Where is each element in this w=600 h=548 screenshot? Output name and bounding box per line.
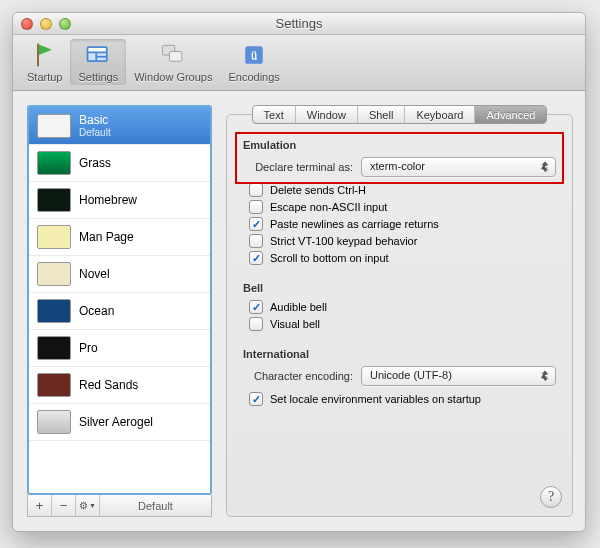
help-button[interactable]: ? <box>540 486 562 508</box>
international-heading: International <box>243 348 556 360</box>
declare-terminal-value: xterm-color <box>370 160 425 172</box>
checkbox-icon[interactable] <box>249 392 263 406</box>
tab-shell[interactable]: Shell <box>358 106 405 123</box>
toolbar-window-groups[interactable]: Window Groups <box>126 39 220 85</box>
profile-thumb-icon <box>37 151 71 175</box>
svg-rect-0 <box>37 44 39 67</box>
checkbox-label: Paste newlines as carriage returns <box>270 218 439 230</box>
checkbox-icon[interactable] <box>249 300 263 314</box>
chevron-down-icon: ▼ <box>89 502 96 509</box>
toolbar-label: Window Groups <box>134 71 212 83</box>
remove-button[interactable]: − <box>52 495 76 516</box>
declare-terminal-select[interactable]: xterm-color ▲▼ <box>361 157 556 177</box>
window-groups-icon <box>158 41 188 69</box>
tab-text[interactable]: Text <box>253 106 296 123</box>
toolbar-label: Settings <box>78 71 118 83</box>
svg-rect-7 <box>170 52 182 62</box>
titlebar: Settings <box>13 13 585 35</box>
profile-ocean[interactable]: Ocean <box>29 293 210 330</box>
flag-icon <box>30 41 60 69</box>
profile-thumb-icon <box>37 188 71 212</box>
toolbar-encodings[interactable]: ü Encodings <box>220 39 287 85</box>
emulation-heading: Emulation <box>243 139 556 151</box>
settings-icon <box>83 41 113 69</box>
gear-icon: ⚙ <box>79 500 88 511</box>
checkbox-icon[interactable] <box>249 234 263 248</box>
add-button[interactable]: + <box>28 495 52 516</box>
encoding-label: Character encoding: <box>243 370 361 382</box>
profile-subtitle: Default <box>79 127 111 138</box>
settings-panel: Text Window Shell Keyboard Advanced Emul… <box>226 105 573 517</box>
profiles-toolbar: + − ⚙▼ Default <box>27 495 212 517</box>
toolbar-label: Encodings <box>228 71 279 83</box>
svg-rect-3 <box>89 53 96 60</box>
tab-window[interactable]: Window <box>296 106 358 123</box>
paste-newlines-row[interactable]: Paste newlines as carriage returns <box>243 217 556 231</box>
delete-ctrl-h-row[interactable]: Delete sends Ctrl-H <box>243 183 556 197</box>
toolbar: Startup Settings Window Groups ü Encodin… <box>13 35 585 91</box>
panel-tabs: Text Window Shell Keyboard Advanced <box>252 105 548 124</box>
encoding-value: Unicode (UTF-8) <box>370 369 452 381</box>
tab-keyboard[interactable]: Keyboard <box>405 106 475 123</box>
toolbar-label: Startup <box>27 71 62 83</box>
profile-name: Red Sands <box>79 378 138 392</box>
profile-grass[interactable]: Grass <box>29 145 210 182</box>
advanced-pane: Emulation Declare terminal as: xterm-col… <box>226 114 573 517</box>
checkbox-label: Strict VT-100 keypad behavior <box>270 235 417 247</box>
checkbox-icon[interactable] <box>249 217 263 231</box>
profile-thumb-icon <box>37 114 71 138</box>
profile-name: Ocean <box>79 304 114 318</box>
tab-advanced[interactable]: Advanced <box>475 106 546 123</box>
profiles-list[interactable]: Basic Default Grass Homebrew Man Page <box>27 105 212 495</box>
profiles-sidebar: Basic Default Grass Homebrew Man Page <box>27 105 212 517</box>
checkbox-label: Visual bell <box>270 318 320 330</box>
toolbar-settings[interactable]: Settings <box>70 39 126 85</box>
checkbox-icon[interactable] <box>249 183 263 197</box>
profile-name: Grass <box>79 156 111 170</box>
profile-red-sands[interactable]: Red Sands <box>29 367 210 404</box>
checkbox-icon[interactable] <box>249 317 263 331</box>
profile-homebrew[interactable]: Homebrew <box>29 182 210 219</box>
profile-thumb-icon <box>37 410 71 434</box>
escape-nonascii-row[interactable]: Escape non-ASCII input <box>243 200 556 214</box>
updown-icon: ▲▼ <box>541 161 549 173</box>
profile-thumb-icon <box>37 262 71 286</box>
settings-window: Settings Startup Settings Window Groups … <box>12 12 586 532</box>
profile-novel[interactable]: Novel <box>29 256 210 293</box>
profile-basic[interactable]: Basic Default <box>29 107 210 145</box>
updown-icon: ▲▼ <box>541 370 549 382</box>
profile-name: Homebrew <box>79 193 137 207</box>
set-locale-row[interactable]: Set locale environment variables on star… <box>243 392 556 406</box>
action-button[interactable]: ⚙▼ <box>76 495 100 516</box>
svg-rect-5 <box>97 58 106 61</box>
strict-vt100-row[interactable]: Strict VT-100 keypad behavior <box>243 234 556 248</box>
toolbar-startup[interactable]: Startup <box>19 39 70 85</box>
encoding-select[interactable]: Unicode (UTF-8) ▲▼ <box>361 366 556 386</box>
checkbox-icon[interactable] <box>249 251 263 265</box>
svg-rect-2 <box>89 48 107 52</box>
checkbox-icon[interactable] <box>249 200 263 214</box>
declare-terminal-label: Declare terminal as: <box>243 161 361 173</box>
profile-silver-aerogel[interactable]: Silver Aerogel <box>29 404 210 441</box>
default-button[interactable]: Default <box>100 500 211 512</box>
checkbox-label: Audible bell <box>270 301 327 313</box>
svg-rect-4 <box>97 53 106 56</box>
profile-thumb-icon <box>37 225 71 249</box>
profile-thumb-icon <box>37 336 71 360</box>
checkbox-label: Scroll to bottom on input <box>270 252 389 264</box>
scroll-bottom-row[interactable]: Scroll to bottom on input <box>243 251 556 265</box>
checkbox-label: Delete sends Ctrl-H <box>270 184 366 196</box>
profile-pro[interactable]: Pro <box>29 330 210 367</box>
profile-man-page[interactable]: Man Page <box>29 219 210 256</box>
checkbox-label: Escape non-ASCII input <box>270 201 387 213</box>
audible-bell-row[interactable]: Audible bell <box>243 300 556 314</box>
checkbox-label: Set locale environment variables on star… <box>270 393 481 405</box>
bell-heading: Bell <box>243 282 556 294</box>
profile-name: Basic <box>79 113 111 127</box>
profile-name: Novel <box>79 267 110 281</box>
svg-text:ü: ü <box>251 48 257 62</box>
visual-bell-row[interactable]: Visual bell <box>243 317 556 331</box>
encodings-icon: ü <box>239 41 269 69</box>
profile-thumb-icon <box>37 373 71 397</box>
profile-name: Silver Aerogel <box>79 415 153 429</box>
